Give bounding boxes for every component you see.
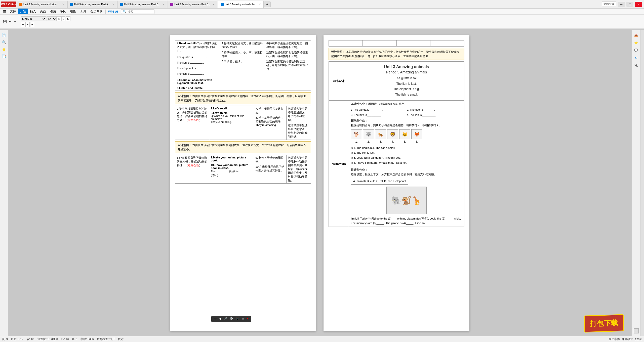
observe-7: 教师观察学生是否能复述短文，给予指导和鼓励。 xyxy=(288,107,309,122)
animal-num-1: 1. xyxy=(355,139,357,144)
hamburger-menu[interactable]: ☰ xyxy=(2,9,8,14)
activity-9: 9.Make your animal picture book. xyxy=(211,156,252,162)
sidebar-icon-2[interactable]: 🔍 xyxy=(1,39,7,45)
left-table-1: 4.Read and fill.(Tips:仔细阅读配图短文，圈出描述动物特征的… xyxy=(175,40,311,91)
menu-member[interactable]: 会员专享 xyxy=(88,9,104,14)
toolbar-sep-1 xyxy=(19,18,19,25)
maximize-button[interactable]: □ xyxy=(626,2,633,7)
wps-ai-button[interactable]: WPS AI xyxy=(107,10,119,14)
align-right-button[interactable]: ≡ xyxy=(30,22,34,27)
step-4: 4.仔细阅读配图短文，圈出描述动物特征的词汇。 xyxy=(222,41,263,49)
search-bar[interactable]: 🔍 xyxy=(121,9,154,14)
tab-close-5[interactable]: ✕ xyxy=(259,3,261,6)
wps-float-red[interactable]: ● xyxy=(246,317,250,321)
download-banner[interactable]: 打包下载 xyxy=(584,314,624,332)
login-button[interactable]: 立即登录 xyxy=(602,2,616,7)
cell-activity: 4.Read and fill.(Tips:仔细阅读配图短文，圈出描述动物特征的… xyxy=(175,40,220,91)
menu-tools[interactable]: 工具 xyxy=(78,9,88,14)
homework-improve: 提升型作业： xyxy=(351,167,462,172)
wps-float-arrow[interactable]: ◆ xyxy=(218,317,222,321)
activity-title-4: 4.Read and fill. xyxy=(177,42,196,45)
minimize-button[interactable]: ─ xyxy=(618,2,625,7)
italic-button[interactable]: I xyxy=(62,16,65,21)
menu-insert[interactable]: 插入 xyxy=(28,9,38,14)
status-location: 设置位: 15.3厘米 xyxy=(37,337,58,341)
align-left-button[interactable]: ≡ xyxy=(21,22,25,27)
search-input[interactable] xyxy=(128,10,153,13)
wps-float-mic[interactable]: 🎤 xyxy=(223,317,228,321)
wps-float-chat[interactable]: 💬 xyxy=(229,317,234,321)
act10-template: The(动物)is(特征) xyxy=(211,170,252,177)
right-icon-comment[interactable]: 💬 xyxy=(633,47,639,53)
sidebar-icon-3[interactable]: ⭐ xyxy=(1,46,7,52)
menu-home[interactable]: 开始 xyxy=(18,9,28,14)
sidebar-icon-4[interactable]: 📑 xyxy=(1,53,7,59)
font-size-select[interactable]: 12 xyxy=(47,16,57,21)
sentence-1: The giraffe is tall. xyxy=(352,76,461,81)
plus-button[interactable]: + xyxy=(634,328,639,333)
wps-float-gear[interactable]: ⚙ xyxy=(241,317,245,321)
underline-button[interactable]: U xyxy=(66,16,70,21)
tab-1[interactable]: Unit 3 Amazing animals Letters... ✕ xyxy=(17,1,67,8)
homework-content-cell: 基础性作业： 看图片，根据动物的特征填空。 1.The panda is ___… xyxy=(349,101,464,227)
right-icon-star[interactable]: ⭐ xyxy=(633,40,639,46)
toolbar-group-font: SimSun 12 B I U ≡ ≡ ≡ xyxy=(21,16,70,27)
animal-num-5: 5. xyxy=(404,139,406,144)
save-button[interactable]: 💾 xyxy=(2,19,8,24)
menu-ref[interactable]: 引用 xyxy=(48,9,58,14)
tab-close-1[interactable]: ✕ xyxy=(62,3,64,6)
toolbar-row-1: SimSun 12 B I U xyxy=(21,16,70,21)
animal-1-col: 🐕 1. xyxy=(351,129,362,144)
sidebar-icon-1[interactable]: 📄 xyxy=(1,32,7,38)
tab-3[interactable]: Unit 3 Amazing animals Part B... ✕ xyxy=(117,1,167,8)
table-row-2: 2.学生能根据图片复述短文，并能简要说说自己的想法，体会到动物的独特之处：（应用… xyxy=(175,106,311,140)
right-icon-ai[interactable]: AI xyxy=(633,55,639,61)
homework-expand-title: 拓展型作业： xyxy=(351,119,368,122)
menu-review[interactable]: 审阅 xyxy=(58,9,68,14)
menu-file[interactable]: 文件 xyxy=(8,9,18,14)
unit-title: Unit 3 Amazing animals xyxy=(352,65,461,69)
act10-title: 10.Show your animal picture book in clas… xyxy=(211,163,248,169)
wps-logo: WPS Office xyxy=(1,2,16,7)
expand-sentence-3: () 3. Look! It's a panda!() 4. I like my… xyxy=(351,155,462,160)
tab-2[interactable]: Unit 3 Amazing animals Part A... ✕ xyxy=(67,1,117,8)
align-center-button[interactable]: ≡ xyxy=(25,22,29,27)
right-icon-plug[interactable]: 🔌 xyxy=(633,62,639,68)
menu-page[interactable]: 页面 xyxy=(38,9,48,14)
tab-close-3[interactable]: ✕ xyxy=(162,3,164,6)
right-main-row-1: 板书设计 Unit 3 Amazing animals Period 5 Ama… xyxy=(329,62,464,101)
close-button[interactable]: ✕ xyxy=(635,2,642,7)
ability-text: 2.学生能根据图片复述短文，并能简要说说自己的想法，体会到动物的独特之处：（应用… xyxy=(177,107,208,122)
scroll-track[interactable] xyxy=(640,30,644,336)
design-note-1-text: 本阶段的学习旨在帮助学生学习理解语篇内容，通过看图回答问题、阅读圈出答案，培养学… xyxy=(178,95,306,102)
homework-improve-title: 提升型作业： xyxy=(351,168,368,171)
wps-float-mobile[interactable]: 📱 xyxy=(235,317,240,321)
bold-button[interactable]: B xyxy=(57,16,62,21)
activity-title-5: 5.Group all of animals with big,small,ta… xyxy=(177,78,212,84)
wps-float-zh[interactable]: 中 xyxy=(213,317,218,321)
ribbon-separator xyxy=(105,10,106,14)
menu-view[interactable]: 视图 xyxy=(68,9,78,14)
blank-fish xyxy=(190,74,203,75)
fill-sentences: The giraffe is. The lion is. The elephan… xyxy=(177,54,218,76)
cell-steps: 4.仔细阅读配图短文，圈出描述动物特征的词汇。 5.将动物按照大、小、高、快进行… xyxy=(220,40,265,91)
step-9: 9. 制作关于动物的图片书。 xyxy=(256,156,285,163)
tab-5[interactable]: Unit 3 Amazing animals Pa... ✕ xyxy=(218,1,264,8)
undo-button[interactable]: ↩ xyxy=(8,19,12,24)
new-tab-button[interactable]: + xyxy=(264,2,271,7)
tab-4[interactable]: Unit 3 Amazing animals Part B... ✕ xyxy=(168,1,217,8)
tab-icon-4 xyxy=(170,3,173,6)
redo-button[interactable]: ↪ xyxy=(13,19,17,24)
tab-close-4[interactable]: ✕ xyxy=(213,3,215,6)
tab-close-2[interactable]: ✕ xyxy=(112,3,114,6)
sentence-fish: The fish is. xyxy=(177,71,218,76)
sentence-2: The lion is fast. xyxy=(352,81,461,87)
tab-icon-5 xyxy=(221,3,224,6)
sentence-giraffe: The giraffe is. xyxy=(177,54,218,60)
right-icon-share[interactable]: 📤 xyxy=(633,32,639,38)
wps-logo-text: WPS Office xyxy=(1,3,16,6)
status-row: 列: 1 xyxy=(72,337,77,341)
design-note-right-label: 设计意图： xyxy=(331,50,345,53)
font-family-select[interactable]: SimSun xyxy=(21,16,46,21)
tab-label-4: Unit 3 Amazing animals Part B... xyxy=(174,3,210,6)
